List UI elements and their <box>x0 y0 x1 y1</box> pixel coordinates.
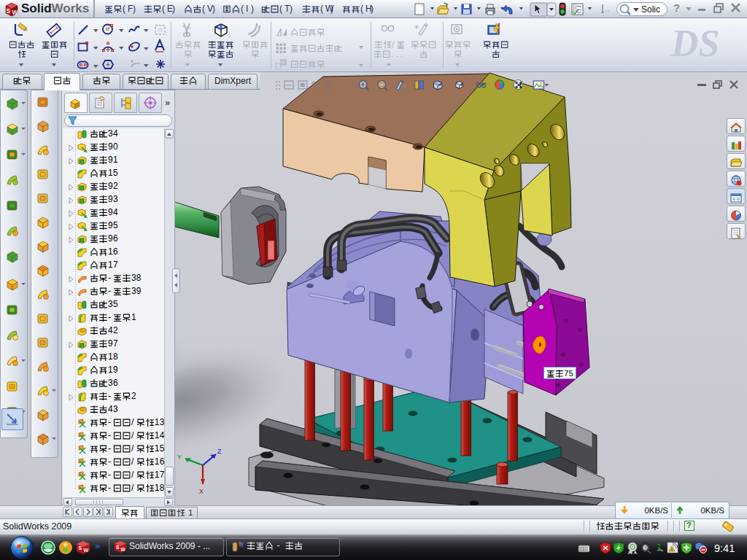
svg-text:7: 7 <box>113 338 118 349</box>
svg-text:4: 4 <box>113 128 118 139</box>
svg-text:2: 2 <box>113 181 118 191</box>
svg-text:/: / <box>131 483 134 493</box>
svg-text:-: - <box>108 483 111 493</box>
svg-text:5: 5 <box>569 368 573 377</box>
svg-text:9: 9 <box>136 286 142 296</box>
svg-text:.: . <box>391 49 393 58</box>
svg-text:4: 4 <box>113 207 118 217</box>
svg-text:S: S <box>116 545 120 550</box>
svg-text:/: / <box>131 456 134 467</box>
svg-text:-: - <box>108 456 111 467</box>
svg-text:8: 8 <box>136 273 142 283</box>
svg-text:»: » <box>95 540 100 551</box>
svg-text:2: 2 <box>113 325 118 335</box>
svg-text:7: 7 <box>113 260 118 270</box>
svg-text:7: 7 <box>564 368 568 377</box>
svg-text:0: 0 <box>113 141 118 152</box>
svg-text:6: 6 <box>113 233 118 244</box>
svg-text:8: 8 <box>113 351 118 362</box>
svg-text:/: / <box>131 470 134 480</box>
svg-text:-: - <box>108 286 111 296</box>
svg-text:/: / <box>131 417 134 427</box>
svg-text:1: 1 <box>113 155 118 165</box>
svg-text:-: - <box>108 430 111 440</box>
svg-text:2: 2 <box>131 391 136 401</box>
svg-text:9: 9 <box>113 365 118 375</box>
svg-text:6: 6 <box>160 456 165 467</box>
svg-text:3: 3 <box>160 417 165 427</box>
svg-text:1: 1 <box>131 312 136 322</box>
svg-text:1: 1 <box>155 430 160 440</box>
svg-text:6: 6 <box>113 378 118 388</box>
svg-text:-: - <box>277 540 280 551</box>
svg-text:1: 1 <box>188 508 193 516</box>
svg-text:5: 5 <box>160 443 165 454</box>
svg-text:8: 8 <box>160 483 165 493</box>
svg-text:3: 3 <box>113 404 118 414</box>
svg-text:.: . <box>396 49 398 58</box>
svg-text:-: - <box>108 273 111 283</box>
svg-text:-: - <box>108 470 111 480</box>
svg-text:X: X <box>199 488 204 495</box>
svg-text:5: 5 <box>113 299 118 309</box>
svg-text:W: W <box>84 548 89 553</box>
svg-text:-: - <box>108 417 111 427</box>
svg-text:1: 1 <box>155 456 160 467</box>
svg-text:1: 1 <box>155 417 160 427</box>
svg-text:!: ! <box>671 548 673 552</box>
svg-text:1: 1 <box>155 483 160 493</box>
svg-text:/: / <box>392 39 395 48</box>
svg-text:Y: Y <box>177 454 182 461</box>
svg-text:-: - <box>108 443 111 454</box>
svg-text:/: / <box>131 443 134 454</box>
svg-text:3: 3 <box>113 194 118 204</box>
svg-text:5: 5 <box>113 220 118 230</box>
svg-text:-: - <box>108 312 111 322</box>
svg-text:/: / <box>131 430 134 440</box>
svg-text:-: - <box>108 391 111 401</box>
svg-text:1: 1 <box>155 470 160 480</box>
svg-text:4: 4 <box>160 430 165 440</box>
svg-text:6: 6 <box>113 246 118 257</box>
svg-text:W: W <box>121 547 126 552</box>
svg-text:S: S <box>79 545 82 551</box>
svg-text:5: 5 <box>113 168 118 178</box>
svg-text:1: 1 <box>155 443 160 454</box>
svg-text:Z: Z <box>217 448 222 455</box>
svg-text:7: 7 <box>160 470 165 480</box>
